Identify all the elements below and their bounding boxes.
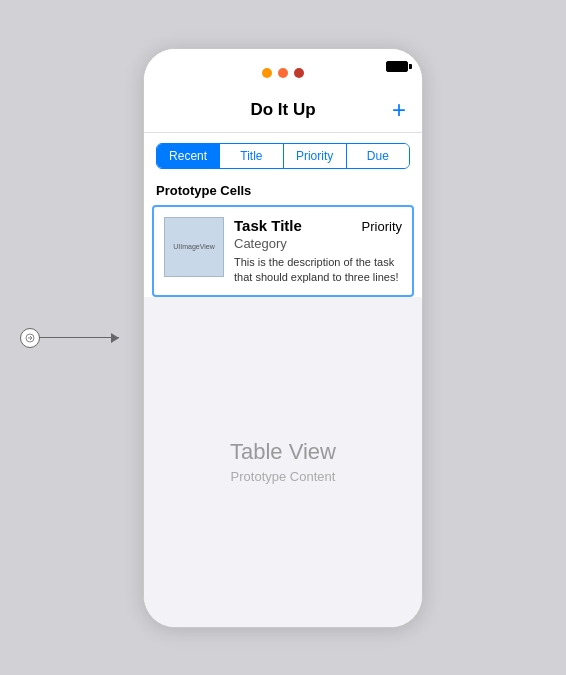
table-view-sublabel: Prototype Content: [231, 469, 336, 484]
status-dot-2: [278, 68, 288, 78]
cell-image: UIImageView: [164, 217, 224, 277]
status-icons: [262, 68, 304, 78]
segue-circle: [20, 328, 40, 348]
table-view-label: Table View: [230, 439, 336, 465]
battery-icon: [386, 61, 408, 72]
cell-category: Category: [234, 236, 402, 251]
storyboard-segue-arrow: [20, 328, 119, 348]
cell-image-label: UIImageView: [173, 243, 215, 250]
iphone-frame: Do It Up + Recent Title Priority Due Pro…: [143, 48, 423, 628]
section-label: Prototype Cells: [156, 183, 251, 198]
tab-priority[interactable]: Priority: [283, 144, 346, 168]
tab-due[interactable]: Due: [346, 144, 409, 168]
navigation-bar: Do It Up +: [144, 89, 422, 133]
add-button[interactable]: +: [392, 96, 406, 124]
status-dot-1: [262, 68, 272, 78]
prototype-cell[interactable]: UIImageView Task Title Priority Category…: [152, 205, 414, 298]
segue-line: [39, 337, 119, 338]
cell-title: Task Title: [234, 217, 302, 234]
cell-description: This is the description of the task that…: [234, 255, 402, 286]
tab-recent[interactable]: Recent: [157, 144, 219, 168]
segmented-control: Recent Title Priority Due: [156, 143, 410, 169]
segue-icon: [25, 333, 35, 343]
table-view-area: Table View Prototype Content: [144, 297, 422, 626]
prototype-cell-container: UIImageView Task Title Priority Category…: [152, 205, 414, 298]
cell-title-row: Task Title Priority: [234, 217, 402, 234]
status-bar: [144, 49, 422, 89]
tab-title[interactable]: Title: [219, 144, 282, 168]
cell-content: Task Title Priority Category This is the…: [234, 217, 402, 286]
cell-priority-label: Priority: [362, 219, 402, 234]
section-header: Prototype Cells: [144, 177, 422, 205]
canvas: Do It Up + Recent Title Priority Due Pro…: [0, 0, 566, 675]
nav-title: Do It Up: [250, 100, 315, 120]
status-dot-3: [294, 68, 304, 78]
